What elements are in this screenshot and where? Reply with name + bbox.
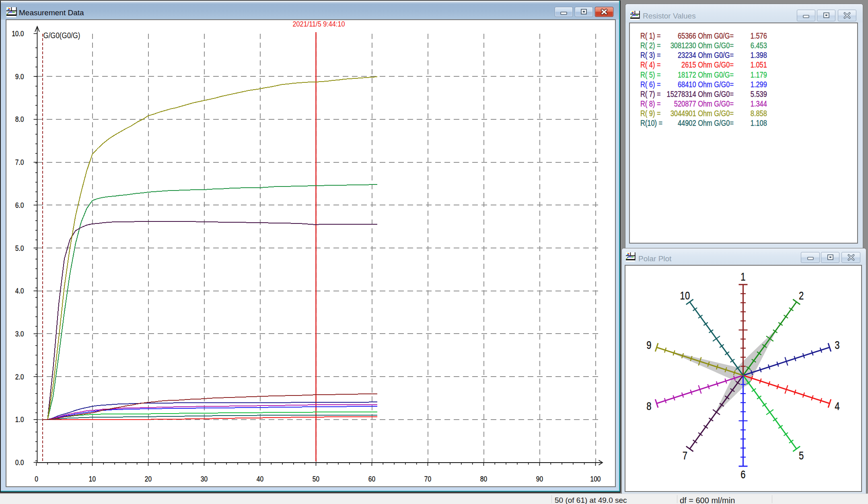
svg-text:30: 30 <box>200 475 207 483</box>
svg-text:10: 10 <box>680 290 690 302</box>
svg-text:2: 2 <box>799 290 804 302</box>
svg-text:0.0: 0.0 <box>15 458 24 467</box>
svg-text:2.0: 2.0 <box>15 373 24 381</box>
svg-text:8.0: 8.0 <box>15 115 24 123</box>
svg-text:3.0: 3.0 <box>15 330 24 338</box>
svg-text:60: 60 <box>368 475 375 483</box>
svg-text:6.0: 6.0 <box>15 201 24 209</box>
svg-text:7.0: 7.0 <box>15 158 24 166</box>
svg-text:80: 80 <box>480 475 487 483</box>
svg-text:0: 0 <box>35 475 38 483</box>
svg-text:4: 4 <box>835 400 839 412</box>
svg-text:1.0: 1.0 <box>15 415 24 424</box>
svg-text:100: 100 <box>590 475 601 483</box>
svg-text:8: 8 <box>646 400 651 412</box>
svg-text:20: 20 <box>144 475 151 483</box>
svg-text:10.0: 10.0 <box>12 29 24 38</box>
svg-text:9: 9 <box>646 339 651 351</box>
svg-text:90: 90 <box>536 475 543 483</box>
svg-text:G/G0(G0/G): G/G0(G0/G) <box>43 31 80 40</box>
svg-text:10: 10 <box>88 475 95 483</box>
svg-text:70: 70 <box>424 475 431 483</box>
svg-text:7: 7 <box>683 450 687 462</box>
svg-text:9.0: 9.0 <box>15 72 24 81</box>
svg-text:3: 3 <box>835 339 839 351</box>
svg-text:40: 40 <box>256 475 263 483</box>
svg-text:5: 5 <box>799 450 804 462</box>
svg-text:5.0: 5.0 <box>15 244 24 252</box>
svg-text:1: 1 <box>740 271 745 283</box>
svg-text:6: 6 <box>740 469 745 481</box>
svg-text:4.0: 4.0 <box>15 287 24 295</box>
svg-text:50: 50 <box>312 475 319 483</box>
svg-text:2021/11/5 9:44:10: 2021/11/5 9:44:10 <box>292 20 345 28</box>
